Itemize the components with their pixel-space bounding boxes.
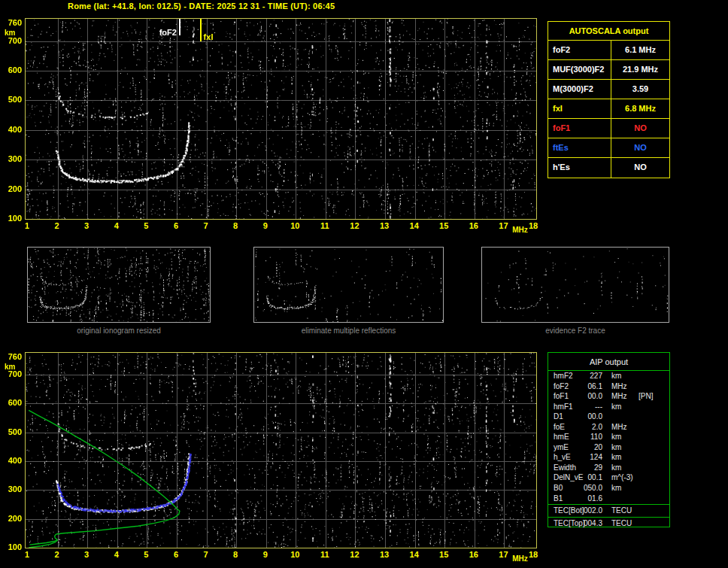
x-tick-label-7: 7 <box>196 551 216 559</box>
x-tick-label-13: 13 <box>375 222 394 230</box>
x-tick-label-15: 15 <box>434 551 453 559</box>
aip-param-note: [PN] <box>639 391 653 402</box>
x-tick-label-17: 17 <box>493 222 513 230</box>
x-tick-label-17: 17 <box>493 551 513 559</box>
autoscala-output-table: AUTOSCALA output foF26.1 MHzMUF(3000)F22… <box>548 21 670 178</box>
aip-param-unit: km <box>611 371 621 381</box>
x-tick-label-8: 8 <box>226 222 245 230</box>
autoscala-window: Rome (lat: +41.8, lon: 012.5) - DATE: 20… <box>0 0 728 568</box>
aip-row-B0: B0050.0km <box>548 483 669 494</box>
x-tick-label-9: 9 <box>256 551 275 559</box>
aip-output-table: AIP output hmF2227kmfoF206.1MHzfoF100.0M… <box>548 352 670 527</box>
aip-param-value: 004.3 <box>575 518 602 529</box>
x-tick-label-7: 7 <box>196 222 216 230</box>
x-tick-label-5: 5 <box>136 551 156 559</box>
aip-param-name: ymE <box>554 442 569 453</box>
x-tick-label-14: 14 <box>405 551 424 559</box>
parameter-value: 6.1 MHz <box>611 41 669 59</box>
aip-param-value: 227 <box>575 371 602 381</box>
y-tick-label-600: 600 <box>2 66 22 74</box>
thumbnail-caption-original: original ionogram resized <box>27 327 211 336</box>
y-tick-label-700: 700 <box>2 37 22 45</box>
autoscala-table-rows: foF26.1 MHzMUF(3000)F221.9 MHzM(3000)F23… <box>548 41 669 178</box>
x-tick-label-10: 10 <box>285 222 305 230</box>
aip-param-value: 050.0 <box>575 483 602 494</box>
fxI-marker-line <box>200 19 202 41</box>
thumbnail-eliminate-reflections <box>253 247 444 323</box>
y-tick-label-200: 200 <box>2 185 22 193</box>
autoscala-row-fxI: fxI6.8 MHz <box>548 99 669 119</box>
aip-row-ymE: ymE20km <box>548 442 669 453</box>
foF2-marker-label: foF2 <box>145 29 177 37</box>
aip-param-unit: MHz <box>611 422 627 433</box>
aip-param-value: 124 <box>575 452 602 463</box>
aip-row-B1: B101.6 <box>548 494 669 504</box>
parameter-value: NO <box>611 119 669 138</box>
autoscala-row-h'Es: h'EsNO <box>548 158 669 178</box>
aip-param-unit: m^(-3) <box>611 472 633 483</box>
autoscala-row-ftEs: ftEsNO <box>548 138 669 158</box>
aip-param-name: hmF2 <box>554 371 573 381</box>
x-tick-label-8: 8 <box>226 551 245 559</box>
aip-param-name: D1 <box>554 412 563 422</box>
autoscala-table-title: AUTOSCALA output <box>548 22 669 41</box>
aip-param-value: 00.0 <box>575 391 602 402</box>
aip-row-DelN_vE: DelN_vE00.1m^(-3) <box>548 472 669 483</box>
y-tick-label-500: 500 <box>2 428 22 436</box>
aip-param-name: Ewidth <box>554 463 576 473</box>
x-tick-label-11: 11 <box>315 222 335 230</box>
y-tick-label-400: 400 <box>2 457 22 465</box>
autoscala-row-M(3000)F2: M(3000)F23.59 <box>548 80 669 99</box>
aip-row-D1: D100.0 <box>548 412 669 422</box>
ionogram-plot-top: foF2 fxI <box>25 18 537 220</box>
parameter-label: ftEs <box>548 138 611 157</box>
aip-param-name: h_vE <box>554 452 571 463</box>
parameter-label: MUF(3000)F2 <box>548 60 611 79</box>
x-tick-label-13: 13 <box>375 551 394 559</box>
aip-table-title: AIP output <box>548 353 669 371</box>
x-tick-label-4: 4 <box>107 551 126 559</box>
aip-param-value: 01.6 <box>575 494 602 504</box>
aip-param-unit: TECU <box>611 518 632 529</box>
x-tick-label-5: 5 <box>136 222 156 230</box>
parameter-label: M(3000)F2 <box>548 80 611 99</box>
y-tick-label-300: 300 <box>2 155 22 163</box>
y-tick-label-600: 600 <box>2 399 22 407</box>
aip-row-TEC[Bot]: TEC[Bot]002.0TECU <box>548 506 669 516</box>
aip-param-value: 06.1 <box>575 381 602 392</box>
aip-param-value: 110 <box>575 432 602 442</box>
aip-param-value: 2.0 <box>575 422 602 433</box>
aip-param-unit: MHz <box>611 391 627 402</box>
aip-row-foF1: foF100.0MHz[PN] <box>548 391 669 402</box>
aip-param-unit: km <box>611 463 621 473</box>
x-tick-label-10: 10 <box>285 551 305 559</box>
y-tick-label-400: 400 <box>2 126 22 134</box>
thumbnail-evidence-f2 <box>481 247 669 323</box>
y-tick-label-300: 300 <box>2 485 22 494</box>
parameter-value: NO <box>611 158 669 178</box>
y-tick-label-500: 500 <box>2 96 22 104</box>
aip-param-name: foF2 <box>554 381 569 392</box>
aip-row-h_vE: h_vE124km <box>548 452 669 463</box>
x-tick-label-1: 1 <box>17 222 37 230</box>
thumbnail-canvas-original <box>28 248 210 322</box>
x-tick-label-3: 3 <box>77 222 96 230</box>
x-tick-label-6: 6 <box>166 222 186 230</box>
aip-param-value: 00.1 <box>575 472 602 483</box>
x-tick-label-2: 2 <box>47 551 67 559</box>
x-tick-label-16: 16 <box>464 551 484 559</box>
aip-param-name: B0 <box>554 483 563 494</box>
aip-param-unit: km <box>611 432 621 442</box>
foF2-marker-line <box>179 19 180 35</box>
aip-table-rows: hmF2227kmfoF206.1MHzfoF100.0MHz[PN]hmF1-… <box>548 371 669 528</box>
thumbnail-canvas-reflections <box>254 248 443 322</box>
thumbnail-caption-reflections: eliminate multiple reflections <box>253 327 444 336</box>
aip-row-Ewidth: Ewidth29km <box>548 463 669 473</box>
ionogram-plot-bottom <box>25 352 537 548</box>
x-tick-label-12: 12 <box>344 222 364 230</box>
y-tick-label-760: 760 <box>2 353 22 361</box>
x-tick-label-3: 3 <box>77 551 96 559</box>
parameter-label: foF2 <box>548 41 611 59</box>
y-tick-label-760: 760 <box>2 19 22 27</box>
y-tick-label-200: 200 <box>2 515 22 523</box>
